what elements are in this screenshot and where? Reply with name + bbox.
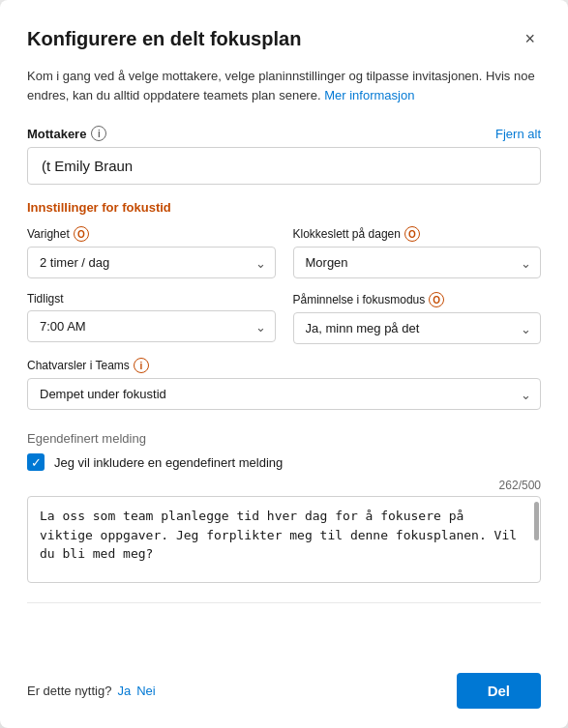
reminder-select-wrapper: Ja, minn meg på det ⌄ (293, 312, 542, 344)
textarea-scrollbar (534, 502, 539, 540)
share-button[interactable]: Del (457, 673, 541, 709)
remove-all-link[interactable]: Fjern alt (495, 127, 541, 141)
chat-select-wrapper: Dempet under fokustid ⌄ (27, 378, 541, 410)
reminder-select[interactable]: Ja, minn meg på det (293, 312, 542, 344)
close-button[interactable]: × (519, 27, 541, 51)
modal-title: Konfigurere en delt fokusplan (27, 28, 301, 50)
custom-message-checkbox[interactable]: ✓ (27, 453, 45, 471)
reminder-info-icon[interactable]: O (429, 292, 444, 307)
feedback-row: Er dette nyttig? Ja Nei (27, 684, 156, 698)
earliest-select-wrapper: 7:00 AM ⌄ (27, 310, 276, 342)
settings-title: Innstillinger for fokustid (27, 200, 541, 215)
char-count: 262/500 (499, 479, 541, 492)
duration-label: Varighet O (27, 226, 276, 242)
message-textarea[interactable]: La oss som team planlegge tid hver dag f… (27, 496, 541, 583)
feedback-yes-link[interactable]: Ja (117, 684, 131, 698)
custom-message-checkbox-label: Jeg vil inkludere en egendefinert meldin… (54, 455, 283, 470)
chat-select[interactable]: Dempet under fokustid (27, 378, 541, 410)
duration-select[interactable]: 2 timer / dag (27, 247, 276, 278)
form-row-chat: Chatvarsler i Teams i Dempet under fokus… (27, 358, 541, 410)
message-textarea-wrapper: La oss som team planlegge tid hver dag f… (27, 496, 541, 587)
feedback-no-link[interactable]: Nei (136, 684, 156, 698)
form-group-time: Klokkeslett på dagen O Morgen ⌄ (293, 226, 542, 278)
earliest-label: Tidligst (27, 292, 276, 306)
more-info-link[interactable]: Mer informasjon (324, 88, 414, 102)
recipients-info-icon[interactable]: i (91, 126, 106, 141)
char-count-row: 262/500 (27, 479, 541, 492)
checkmark-icon: ✓ (31, 456, 42, 469)
duration-select-wrapper: 2 timer / dag ⌄ (27, 247, 276, 278)
modal-header: Konfigurere en delt fokusplan × (27, 27, 541, 51)
description-text: Kom i gang ved å velge mottakere, velge … (27, 67, 541, 104)
description-link: Mer informasjon (324, 88, 414, 102)
earliest-select[interactable]: 7:00 AM (27, 310, 276, 342)
form-group-reminder: Påminnelse i fokusmodus O Ja, minn meg p… (293, 292, 542, 344)
time-info-icon[interactable]: O (404, 226, 420, 242)
duration-info-icon[interactable]: O (74, 226, 89, 242)
time-select-wrapper: Morgen ⌄ (293, 247, 542, 278)
modal-footer: Er dette nyttig? Ja Nei Del (27, 655, 541, 709)
chat-label: Chatvarsler i Teams i (27, 358, 541, 373)
form-group-chat: Chatvarsler i Teams i Dempet under fokus… (27, 358, 541, 410)
configure-focus-plan-modal: Konfigurere en delt fokusplan × Kom i ga… (0, 0, 568, 728)
custom-message-checkbox-row: ✓ Jeg vil inkludere en egendefinert meld… (27, 453, 541, 471)
feedback-question: Er dette nyttig? (27, 684, 111, 698)
time-select[interactable]: Morgen (293, 247, 542, 278)
recipients-label: Mottakere i (27, 126, 106, 141)
chat-info-icon[interactable]: i (134, 358, 149, 373)
form-group-earliest: Tidligst 7:00 AM ⌄ (27, 292, 276, 344)
reminder-label: Påminnelse i fokusmodus O (293, 292, 542, 307)
footer-divider (27, 602, 541, 603)
form-group-duration: Varighet O 2 timer / dag ⌄ (27, 226, 276, 278)
form-row-duration-time: Varighet O 2 timer / dag ⌄ Klokkeslett p… (27, 226, 541, 278)
custom-message-section-label: Egendefinert melding (27, 431, 541, 446)
recipient-input[interactable] (27, 147, 541, 185)
recipients-header-row: Mottakere i Fjern alt (27, 126, 541, 141)
form-row-earliest-reminder: Tidligst 7:00 AM ⌄ Påminnelse i fokusmod… (27, 292, 541, 344)
time-label: Klokkeslett på dagen O (293, 226, 542, 242)
custom-message-section: Egendefinert melding ✓ Jeg vil inkludere… (27, 431, 541, 587)
